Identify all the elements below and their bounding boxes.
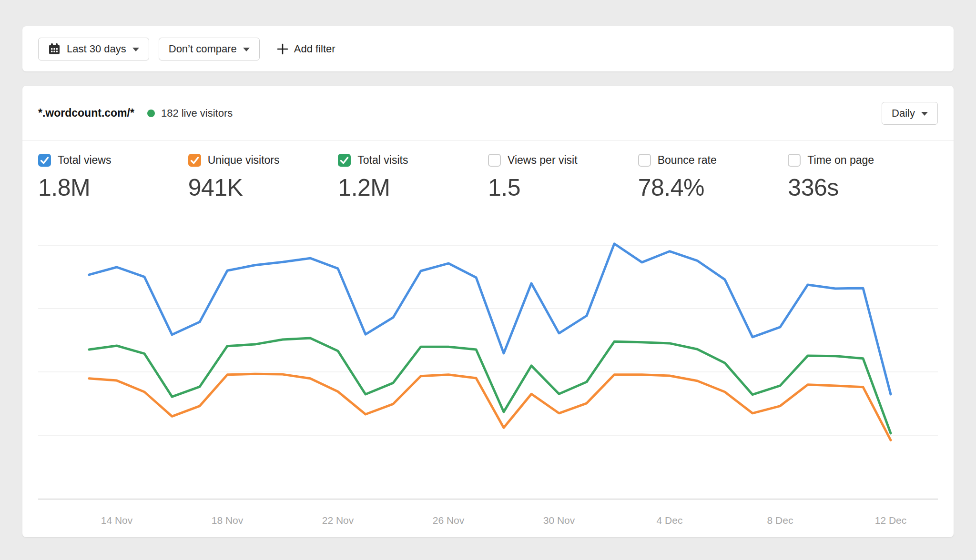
line-unique-visitors [89, 374, 891, 440]
metric-total-visits: Total visits1.2M [338, 154, 488, 219]
date-range-label: Last 30 days [67, 43, 126, 55]
x-axis-tick: 18 Nov [212, 515, 244, 526]
metric-total-views: Total views1.8M [38, 154, 188, 219]
x-axis-tick: 14 Nov [101, 515, 133, 526]
card-header: *.wordcount.com/* 182 live visitors Dail… [22, 86, 954, 141]
metric-label: Total visits [357, 154, 408, 167]
traffic-chart: 14 Nov18 Nov22 Nov26 Nov30 Nov4 Dec8 Dec… [38, 219, 938, 533]
x-axis-tick: 30 Nov [543, 515, 575, 526]
chart-area: 14 Nov18 Nov22 Nov26 Nov30 Nov4 Dec8 Dec… [22, 219, 954, 535]
plus-icon [277, 43, 288, 55]
checkbox-bounce-rate[interactable] [638, 154, 651, 167]
live-dot-icon [147, 110, 155, 117]
live-visitors-label: 182 live visitors [161, 107, 233, 120]
checkbox-total-visits[interactable] [338, 154, 351, 167]
granularity-button[interactable]: Daily [882, 102, 938, 125]
metric-value: 1.8M [38, 174, 188, 201]
x-axis-tick: 26 Nov [433, 515, 465, 526]
chevron-down-icon [243, 48, 250, 51]
add-filter-button[interactable]: Add filter [277, 43, 336, 55]
checkbox-time-on-page[interactable] [788, 154, 801, 167]
toolbar: Last 30 days Don’t compare Add filter [22, 26, 954, 71]
compare-label: Don’t compare [169, 43, 237, 55]
metric-value: 1.2M [338, 174, 488, 201]
x-axis-tick: 8 Dec [767, 515, 793, 526]
x-axis-tick: 4 Dec [657, 515, 683, 526]
add-filter-label: Add filter [294, 43, 336, 55]
metric-value: 336s [788, 174, 938, 201]
metric-label: Unique visitors [208, 154, 280, 167]
date-range-button[interactable]: Last 30 days [38, 38, 149, 60]
metric-unique-visitors: Unique visitors941K [188, 154, 338, 219]
metric-views-per-visit: Views per visit1.5 [488, 154, 638, 219]
compare-button[interactable]: Don’t compare [159, 38, 260, 60]
analytics-card: *.wordcount.com/* 182 live visitors Dail… [22, 86, 954, 537]
line-total-visits [89, 338, 891, 433]
chevron-down-icon [132, 48, 139, 51]
metrics-row: Total views1.8MUnique visitors941KTotal … [22, 141, 954, 219]
checkbox-unique-visitors[interactable] [188, 154, 201, 167]
check-icon [341, 158, 348, 163]
x-axis-tick: 12 Dec [875, 515, 907, 526]
x-axis-tick: 22 Nov [322, 515, 354, 526]
checkbox-total-views[interactable] [38, 154, 51, 167]
metric-value: 1.5 [488, 174, 638, 201]
chart-gridlines [38, 245, 938, 499]
checkbox-views-per-visit[interactable] [488, 154, 501, 167]
check-icon [41, 158, 48, 163]
chevron-down-icon [921, 112, 928, 116]
metric-value: 78.4% [638, 174, 788, 201]
live-visitors: 182 live visitors [147, 107, 233, 120]
metric-label: Views per visit [508, 154, 578, 167]
calendar-icon [48, 43, 61, 55]
metric-label: Total views [58, 154, 111, 167]
metric-label: Time on page [807, 154, 874, 167]
metric-time-on-page: Time on page336s [788, 154, 938, 219]
metric-value: 941K [188, 174, 338, 201]
check-icon [191, 158, 198, 163]
metric-bounce-rate: Bounce rate78.4% [638, 154, 788, 219]
domain-title: *.wordcount.com/* [38, 107, 134, 120]
granularity-label: Daily [892, 107, 915, 120]
metric-label: Bounce rate [658, 154, 717, 167]
